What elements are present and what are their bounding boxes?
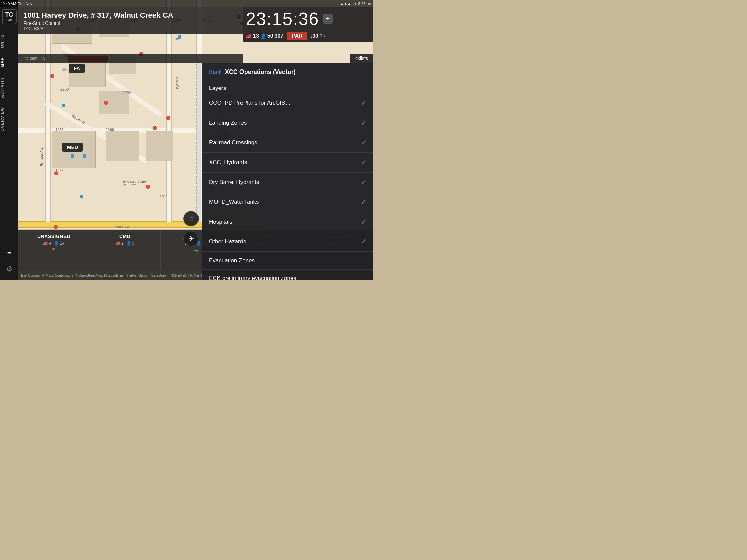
wifi-icon: ⊿: [353, 2, 356, 6]
layers-header: Back XCC Operations (Vector): [202, 63, 374, 81]
med-map-unit: MED: [62, 143, 83, 152]
incident-number-label: Incident #: S: [23, 56, 46, 61]
person-icon-cmd: 👤: [126, 241, 131, 246]
layer-item-eck-evac[interactable]: ECK preliminary evacuation zones: [202, 270, 374, 280]
unit-person-unassigned: 👤 14: [54, 241, 65, 246]
sidebar-item-activity[interactable]: ACTIVITY: [0, 72, 19, 103]
unit-truck-cmd: 🚒 2: [115, 241, 124, 246]
unit-card-name-unassigned: UNASSIGNED: [37, 234, 70, 239]
tc-badge: TC 948: [2, 9, 17, 24]
layer-name-water-tanks: MOFD_WaterTanks: [209, 199, 259, 206]
person-icon-unassigned: 👤: [54, 241, 59, 246]
status-date: Tue Nov: [18, 2, 32, 6]
layer-item-evac-zones[interactable]: Evacuation Zones: [202, 252, 374, 270]
compass-button[interactable]: ✈: [183, 231, 199, 246]
unit-arrows-fa: ⇆: [194, 248, 198, 254]
layer-check-hydrants: ✓: [361, 158, 367, 167]
layers-panel: Back XCC Operations (Vector) Layers CCCF…: [202, 63, 374, 280]
incident-tac: TAC: B3/B4: [23, 26, 238, 31]
layers-section-header: Layers: [202, 81, 374, 93]
incident-address: 1001 Harvey Drive, # 317, Walnut Creek C…: [23, 11, 238, 20]
layer-item-dry-barrel[interactable]: Dry Barrel Hydrants ✓: [202, 172, 374, 192]
unit-truck-unassigned: 🚒 4: [43, 241, 51, 246]
incident-type: Fire-Struc Comml: [23, 21, 238, 26]
unit-card-cmd[interactable]: CMD 🚒 2 👤 5: [89, 230, 160, 271]
layer-check-dry-barrel: ✓: [361, 178, 367, 187]
extra-stat: 307: [275, 33, 284, 39]
layer-item-other-hazards[interactable]: Other Hazards ✓: [202, 232, 374, 252]
layer-item-railroad[interactable]: Railroad Crossings ✓: [202, 133, 374, 153]
layer-name-hydrants: XCC_Hydrants: [209, 159, 247, 166]
unit-person-cmd: 👤 5: [126, 241, 135, 246]
extra-count: 307: [275, 33, 284, 39]
left-sidebar: TC 948 UNITS MAP ACTIVITY OVERVIEW ≡ ⚙: [0, 0, 19, 280]
person-stat: 👤 50: [260, 33, 274, 39]
timer-display: 23:15:36: [246, 9, 319, 29]
truck-icon-cmd: 🚒: [115, 241, 120, 246]
layers-title: XCC Operations (Vector): [225, 69, 295, 76]
tc-text: TC: [5, 11, 14, 19]
unit-card-name-cmd: CMD: [119, 234, 130, 239]
layer-check-water-tanks: ✓: [361, 198, 367, 207]
unit-card-unassigned[interactable]: UNASSIGNED 🚒 4 👤 14: [19, 230, 89, 271]
layer-item-hydrants[interactable]: XCC_Hydrants ✓: [202, 153, 374, 172]
layer-check-landing: ✓: [361, 118, 367, 127]
battery-pct: 21%: [358, 2, 365, 6]
layer-check-railroad: ✓: [361, 138, 367, 147]
status-left: 9:49 AM Tue Nov: [3, 2, 32, 6]
sidebar-item-overview[interactable]: OVERVIEW: [0, 102, 19, 136]
layers-list: CCCFPD PrePlans for ArcGIS... ✓ Landing …: [202, 93, 374, 280]
layer-name-evac-zones: Evacuation Zones: [209, 257, 255, 264]
checklist-button[interactable]: cklists: [350, 54, 374, 63]
layer-check-hospitals: ✓: [361, 218, 367, 226]
plane-icon: ✈: [188, 235, 194, 243]
layer-item-water-tanks[interactable]: MOFD_WaterTanks ✓: [202, 192, 374, 212]
layers-panel-title: XCC Operations (Vector): [225, 69, 295, 75]
sidebar-tabs: UNITS MAP ACTIVITY OVERVIEW: [0, 30, 19, 250]
layer-item-preplans[interactable]: CCCFPD PrePlans for ArcGIS... ✓: [202, 93, 374, 113]
battery-icon: ▭: [367, 2, 371, 6]
status-time: 9:49 AM: [3, 2, 16, 6]
sidebar-item-map[interactable]: MAP: [0, 53, 19, 72]
layer-item-hospitals[interactable]: Hospitals ✓: [202, 212, 374, 232]
fa-map-unit: FA: [69, 64, 85, 73]
oak-rd-label: Oak Rd: [176, 76, 180, 89]
truck-icon-unassigned: 🚒: [43, 241, 48, 246]
embassy-label: Embassy Suites-W... Cree...: [123, 180, 150, 187]
layers-toggle-button[interactable]: ⧉: [183, 211, 199, 226]
layer-name-eck-evac: ECK preliminary evacuation zones: [209, 275, 296, 280]
tc-number: 948: [6, 19, 12, 22]
buskirk-label: Buskirk Ave: [40, 147, 44, 166]
ro-text: Ro: [320, 33, 325, 38]
status-bar: 9:49 AM Tue Nov ▲▲▲ ⊿ 21% ▭: [0, 0, 374, 7]
app-container: 9:49 AM Tue Nov ▲▲▲ ⊿ 21% ▭ TC 948 UNITS…: [0, 0, 374, 280]
plus-button[interactable]: +: [323, 14, 333, 24]
layer-check-preplans: ✓: [361, 99, 367, 107]
person-count: 50: [267, 33, 274, 39]
sidebar-bottom: ≡ ⚙: [6, 250, 13, 280]
timer-section: 23:15:36 + 🚒 13 👤 50 307 PAR :00 Ro: [242, 7, 374, 42]
timer-row: 23:15:36 +: [242, 7, 374, 30]
layer-name-hospitals: Hospitals: [209, 218, 232, 225]
back-button[interactable]: Back: [209, 69, 222, 76]
hamburger-icon[interactable]: ≡: [7, 250, 11, 258]
layer-item-landing[interactable]: Landing Zones ✓: [202, 113, 374, 133]
unit-stats-unassigned: 🚒 4 👤 14: [43, 241, 65, 246]
gear-icon[interactable]: ⚙: [6, 265, 13, 273]
layer-check-other-hazards: ✓: [361, 237, 367, 246]
truck-icon: 🚒: [246, 33, 252, 38]
signal-icon: ▲▲▲: [340, 2, 351, 6]
incident-info: 1001 Harvey Drive, # 317, Walnut Creek C…: [19, 7, 242, 34]
timer-countdown: :00: [311, 33, 318, 39]
incident-bar: Incident #: S: [19, 54, 242, 63]
layer-name-railroad: Railroad Crossings: [209, 139, 257, 146]
sidebar-item-units[interactable]: UNITS: [0, 30, 19, 53]
truck-count: 13: [253, 33, 259, 39]
layers-icon: ⧉: [189, 215, 194, 222]
stats-row: 🚒 13 👤 50 307 PAR :00 Ro: [242, 30, 374, 42]
layer-name-preplans: CCCFPD PrePlans for ArcGIS...: [209, 100, 290, 106]
unit-dot-unassigned: [52, 248, 55, 250]
par-button[interactable]: PAR: [287, 31, 307, 40]
person-icon: 👤: [260, 33, 266, 38]
treat-blvd-label: Treat Blvd: [112, 225, 129, 229]
